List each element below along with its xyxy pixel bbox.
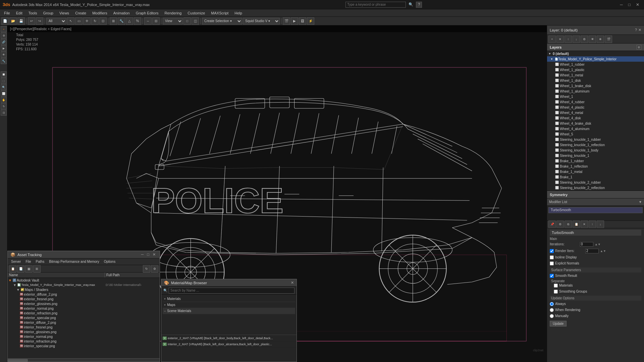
new-btn[interactable]: 📄 bbox=[1, 17, 9, 25]
help-btn[interactable]: ? bbox=[416, 2, 422, 8]
layer-settings-btn[interactable]: ⚙ bbox=[581, 36, 588, 43]
list-item[interactable]: ⬜Brake_1 bbox=[547, 174, 644, 180]
layer-freeze-btn[interactable]: ❄ bbox=[597, 36, 604, 43]
zoom-all-btn[interactable]: ⬜ bbox=[1, 90, 7, 97]
expand-layers-btn[interactable]: ⊞ bbox=[637, 45, 641, 50]
mat-search-input[interactable] bbox=[169, 288, 294, 294]
select-btn[interactable]: ↖ bbox=[67, 17, 74, 25]
menu-help[interactable]: Help bbox=[232, 10, 245, 16]
delete-layer-btn[interactable]: ✕ bbox=[556, 36, 564, 43]
render-active-btn[interactable]: ⚡ bbox=[307, 17, 314, 25]
search-btn[interactable]: 🔍 bbox=[409, 2, 413, 7]
list-item[interactable]: ⬜Brake_1_metal bbox=[547, 169, 644, 174]
asset-maximize-btn[interactable]: □ bbox=[146, 252, 151, 257]
reference-btn[interactable]: ⊞ bbox=[110, 17, 117, 25]
asset-row-map9[interactable]: 🖼 interior_glossines.png bbox=[8, 329, 160, 334]
move-btn[interactable]: ✛ bbox=[83, 17, 91, 25]
asset-row-folder[interactable]: ▼ 📁 Maps / Shaders bbox=[8, 287, 160, 292]
manually-radio[interactable] bbox=[550, 314, 554, 318]
layer-hide-btn[interactable]: 👁 bbox=[589, 36, 596, 43]
asset-row-map5[interactable]: 🖼 exterior_refraction.png bbox=[8, 311, 160, 315]
asset-menu-paths[interactable]: Paths bbox=[34, 259, 47, 264]
angle-snap-btn[interactable]: △ bbox=[126, 17, 133, 25]
asset-row-map2[interactable]: 🖼 exterior_fresnel.png bbox=[8, 297, 160, 301]
asset-close-btn[interactable]: ✕ bbox=[151, 252, 157, 257]
new-layer-btn[interactable]: + bbox=[548, 36, 556, 43]
update-button[interactable]: Update bbox=[550, 321, 567, 326]
render-iters-input[interactable] bbox=[585, 249, 599, 253]
close-btn[interactable]: ✕ bbox=[634, 2, 641, 8]
pan-btn[interactable]: ✋ bbox=[1, 97, 7, 103]
list-item[interactable]: ⬜Steering_knuckle_1_body bbox=[547, 147, 644, 153]
smoothing-groups-check[interactable] bbox=[554, 290, 558, 294]
asset-refresh-btn[interactable]: ↻ bbox=[143, 265, 150, 273]
mod-copy-btn[interactable]: ⧉ bbox=[565, 221, 572, 228]
asset-row-map10[interactable]: 🖼 interior_normal.png bbox=[8, 334, 160, 339]
asset-menu-options[interactable]: Options bbox=[102, 259, 117, 264]
iterations-input[interactable] bbox=[580, 242, 593, 247]
mat-close-btn[interactable]: ✕ bbox=[291, 281, 294, 285]
render-iters-spinner[interactable]: ▲▼ bbox=[600, 249, 606, 253]
list-item[interactable]: ⬜Steering_knuckle_1_reflection bbox=[547, 142, 644, 147]
mat-item-2[interactable]: V interior_2_MAT (VRayMtl) [Back_left_do… bbox=[161, 341, 297, 347]
list-item[interactable]: ⬜Wheel_5 bbox=[547, 131, 644, 137]
when-rendering-radio[interactable] bbox=[550, 308, 554, 312]
menu-views[interactable]: Views bbox=[57, 10, 72, 16]
asset-row-file[interactable]: ▼ 📄 Tesla_Model_Y_Police_Simple_Interior… bbox=[8, 283, 160, 287]
view-dropdown[interactable]: View bbox=[163, 18, 183, 24]
layer-render-btn[interactable]: 🎬 bbox=[605, 36, 612, 43]
list-item[interactable]: ⬜Wheel_1_metal bbox=[547, 72, 644, 78]
undo-btn[interactable]: ↩ bbox=[28, 17, 35, 25]
always-radio[interactable] bbox=[550, 302, 554, 306]
list-item[interactable]: ⬜Wheel_1_disk bbox=[547, 78, 644, 83]
asset-menu-file[interactable]: File bbox=[23, 259, 33, 264]
render-btn[interactable]: ▶ bbox=[291, 17, 298, 25]
list-item[interactable]: ⬜Wheel_4_disk bbox=[547, 115, 644, 121]
asset-view-btn2[interactable]: 📑 bbox=[17, 265, 24, 273]
asset-view-btn1[interactable]: 📋 bbox=[9, 265, 16, 273]
list-item[interactable]: ⬜Wheel_1_rubber bbox=[547, 62, 644, 67]
asset-row-map1[interactable]: 🖼 exterior_diffuse_2.png bbox=[8, 292, 160, 297]
view-btn3[interactable]: ◫ bbox=[192, 17, 199, 25]
render-frame-btn[interactable]: 🖼 bbox=[299, 17, 306, 25]
pin-btn[interactable]: 📌 bbox=[548, 221, 556, 228]
select-region-btn[interactable]: ▭ bbox=[75, 17, 83, 25]
asset-row-map3[interactable]: 🖼 exterior_glossines.png bbox=[8, 301, 160, 306]
menu-tools[interactable]: Tools bbox=[26, 10, 40, 16]
list-item[interactable]: ⬜Wheel_1 bbox=[547, 94, 644, 99]
menu-file[interactable]: File bbox=[1, 10, 13, 16]
list-item[interactable]: ⬜Steering_knuckle_1_rubber bbox=[547, 137, 644, 142]
explicit-normals-check[interactable] bbox=[550, 261, 554, 265]
menu-modifiers[interactable]: Modifiers bbox=[90, 10, 110, 16]
asset-menu-bitmap[interactable]: Bitmap Performance and Memory bbox=[47, 259, 101, 264]
scale-btn[interactable]: ⊡ bbox=[99, 17, 107, 25]
asset-list[interactable]: ▼ A Autodesk Vault ▼ 📄 Tesla_Model_Y_Pol… bbox=[8, 278, 160, 358]
minimize-btn[interactable]: ─ bbox=[618, 2, 625, 8]
menu-maxscript[interactable]: MAXScript bbox=[208, 10, 231, 16]
mod-paste-btn[interactable]: 📋 bbox=[573, 221, 580, 228]
squid-dropdown[interactable]: Squid Studio V ▾ bbox=[243, 18, 280, 24]
titlebar-search[interactable] bbox=[345, 2, 406, 8]
list-item[interactable]: ⬜Wheel_4_aluminum bbox=[547, 126, 644, 131]
align-btn[interactable]: ⊟ bbox=[152, 17, 160, 25]
ortho-btn[interactable]: ⬚ bbox=[1, 78, 7, 84]
asset-row-map6[interactable]: 🖼 exterior_specular.png bbox=[8, 315, 160, 320]
menu-group[interactable]: Group bbox=[40, 10, 56, 16]
orbit-btn[interactable]: ↻ bbox=[1, 103, 7, 109]
asset-row-map11[interactable]: 🖼 interior_refraction.png bbox=[8, 339, 160, 344]
layer-file-item[interactable]: ▼ 📄 Tesla_Model_Y_Police_Simple_Interior bbox=[547, 56, 644, 62]
view-btn2[interactable]: □ bbox=[183, 17, 191, 25]
create-panel-btn[interactable]: + bbox=[1, 26, 7, 32]
min-max-btn[interactable]: ⊡ bbox=[1, 110, 7, 116]
asset-view-btn4[interactable]: ⊞ bbox=[33, 265, 41, 273]
asset-row-map12[interactable]: 🖼 interior_specular.png bbox=[8, 344, 160, 348]
list-item[interactable]: ⬜Wheel_1_plastic bbox=[547, 67, 644, 72]
display-btn[interactable]: 👁 bbox=[1, 52, 7, 58]
redo-btn[interactable]: ↪ bbox=[36, 17, 43, 25]
materials-check[interactable] bbox=[554, 284, 558, 288]
snap-btn[interactable]: 🔧 bbox=[118, 17, 125, 25]
asset-menu-server[interactable]: Server bbox=[9, 259, 23, 264]
asset-view-btn3[interactable]: ▦ bbox=[25, 265, 33, 273]
isoline-check[interactable] bbox=[550, 255, 554, 259]
mat-item-1[interactable]: V exterior_2_MAT (VRayMtl) [Back_left_do… bbox=[161, 335, 297, 341]
